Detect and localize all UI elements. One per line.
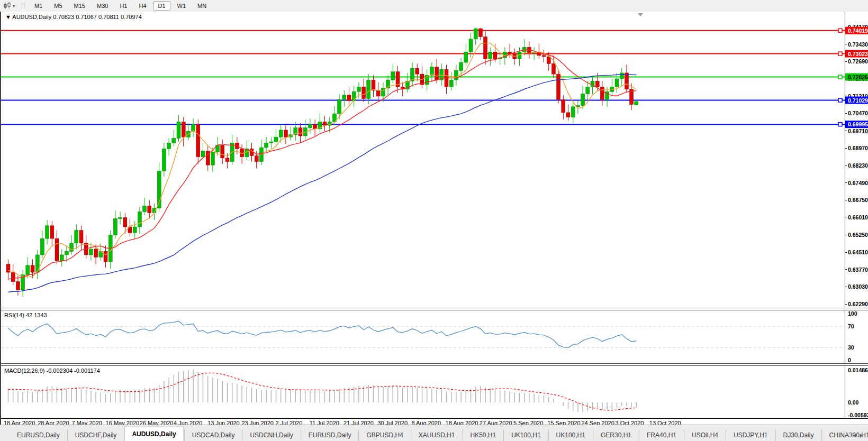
candle-body — [284, 130, 287, 137]
candle-body — [595, 81, 599, 87]
tab-ger30-h1[interactable]: GER30,H1 — [593, 429, 639, 441]
macd-axis-label: -0.005938 — [848, 412, 868, 418]
candle-body — [177, 122, 180, 139]
candle-body — [269, 142, 273, 143]
candle-body — [143, 206, 147, 212]
price-tick-label: 0.67490 — [848, 180, 868, 186]
candle-body — [60, 255, 64, 261]
candle-body — [265, 143, 268, 148]
candle-body — [357, 87, 360, 91]
rsi-axis-label: 70 — [848, 323, 854, 329]
tab-audusd-daily[interactable]: AUDUSD,Daily — [124, 427, 184, 441]
tab-hk50-h1[interactable]: HK50,H1 — [463, 429, 504, 441]
line-handle[interactable] — [838, 75, 842, 79]
line-handle[interactable] — [838, 123, 842, 126]
candle-body — [484, 37, 487, 59]
candle-body — [11, 272, 15, 282]
macd-axis-label: 0.014861 — [848, 367, 868, 373]
tab-eurusd-daily[interactable]: EURUSD,Daily — [10, 429, 67, 441]
candle-body — [221, 145, 224, 158]
candle-body — [352, 91, 356, 101]
tab-usdchf-daily[interactable]: USDCHF,Daily — [67, 429, 124, 441]
tab-uk100-h1[interactable]: UK100,H1 — [503, 429, 548, 441]
candle-body — [35, 255, 39, 272]
price-tick-label: 0.63770 — [848, 267, 868, 273]
candle-body — [255, 155, 258, 161]
tab-usdcad-daily[interactable]: USDCAD,Daily — [184, 429, 242, 441]
tab-scroll-left-icon[interactable]: ◄ — [852, 433, 859, 438]
toolbar-grip — [22, 2, 24, 10]
candle-body — [211, 152, 214, 165]
chart-type-button[interactable]: ▾ — [2, 2, 16, 10]
tab-usoil-h4[interactable]: USOil,H4 — [684, 429, 726, 441]
timeframe-toolbar: ▾ M1M5M15M30H1H4D1W1MN — [0, 0, 868, 12]
macd-axis-label: 0.00 — [848, 399, 859, 406]
rsi-panel-canvas[interactable]: 10070300RSI(14) 42.1343 — [1, 310, 868, 363]
candle-body — [464, 52, 468, 62]
candle-body — [133, 227, 137, 233]
chevron-down-icon: ▾ — [13, 4, 15, 8]
candle-body — [493, 52, 497, 59]
tab-usdcnh-daily[interactable]: USDCNH,Daily — [242, 429, 300, 441]
price-tick-label: 0.63030 — [848, 283, 868, 290]
tab-xauusd-h1[interactable]: XAUUSD,H1 — [411, 429, 463, 441]
line-handle[interactable] — [838, 52, 842, 56]
candle-body — [635, 102, 638, 105]
tab-fra40-h1[interactable]: FRA40,H1 — [639, 429, 684, 441]
tab-dj30-daily[interactable]: DJ30,Daily — [775, 429, 821, 441]
candle-body — [362, 87, 366, 98]
candle-body — [31, 265, 34, 272]
tab-gbpusd-h4[interactable]: GBPUSD,H4 — [358, 429, 410, 441]
candle-body — [469, 39, 473, 52]
price-tick-label: 0.62290 — [848, 301, 868, 307]
candle-body — [625, 73, 628, 89]
candle-body — [557, 74, 560, 100]
candle-body — [342, 95, 346, 100]
price-badge-label: 0.69995 — [848, 121, 868, 127]
candle-body — [113, 219, 117, 235]
tab-scroll-right-icon[interactable]: ► — [859, 433, 866, 438]
candle-body — [46, 226, 49, 238]
tab-eurusd-daily[interactable]: EURUSD,Daily — [301, 429, 359, 441]
candle-body — [566, 113, 570, 117]
price-badge-label: 0.71029 — [848, 97, 868, 104]
timeframe-button-w1[interactable]: W1 — [173, 1, 191, 11]
tab-uk100-h1[interactable]: UK100,H1 — [548, 429, 593, 441]
candle-body — [55, 238, 59, 261]
timeframe-button-m1[interactable]: M1 — [30, 1, 47, 11]
tab-usdjpy-h1[interactable]: USDJPY,H1 — [726, 429, 775, 441]
ma-fast-line — [8, 43, 637, 277]
candle-body — [172, 138, 176, 143]
candle-body — [162, 149, 166, 171]
timeframe-button-mn[interactable]: MN — [193, 1, 211, 11]
candle-body — [367, 80, 370, 98]
candle-body — [6, 264, 10, 272]
candle-body — [562, 100, 565, 113]
macd-signal-line — [8, 373, 637, 410]
candle-body — [75, 231, 78, 243]
timeframe-button-h1[interactable]: H1 — [115, 1, 132, 11]
price-badge-label: 0.72026 — [848, 74, 868, 80]
candle-body — [376, 90, 380, 96]
candle-body — [586, 87, 590, 94]
line-handle[interactable] — [838, 98, 842, 102]
candle-body — [620, 73, 623, 79]
macd-panel-canvas[interactable]: 0.0148610.00-0.005938MACD(12,26,9) -0.00… — [1, 366, 868, 418]
rsi-line — [8, 321, 637, 347]
chart-tab-bar: EURUSD,DailyUSDCHF,DailyAUDUSD,DailyUSDC… — [0, 425, 868, 441]
candle-body — [459, 62, 463, 70]
timeframe-button-d1[interactable]: D1 — [153, 1, 170, 11]
timeframe-button-m5[interactable]: M5 — [49, 1, 67, 11]
timeframe-button-m30[interactable]: M30 — [92, 1, 113, 11]
timeframe-button-h4[interactable]: H4 — [134, 1, 151, 11]
candle-body — [551, 63, 555, 74]
candle-body — [167, 143, 171, 149]
main-chart-canvas[interactable]: 0.741700.734300.726900.719500.712100.704… — [1, 12, 868, 308]
timeframe-button-m15[interactable]: M15 — [69, 1, 90, 11]
candle-body — [104, 251, 107, 262]
line-handle[interactable] — [838, 29, 842, 32]
tab-scroll-arrows: ◄► — [852, 433, 866, 438]
candle-body — [581, 94, 585, 106]
price-badge-label: 0.73023 — [848, 51, 868, 57]
candle-body — [148, 206, 151, 213]
